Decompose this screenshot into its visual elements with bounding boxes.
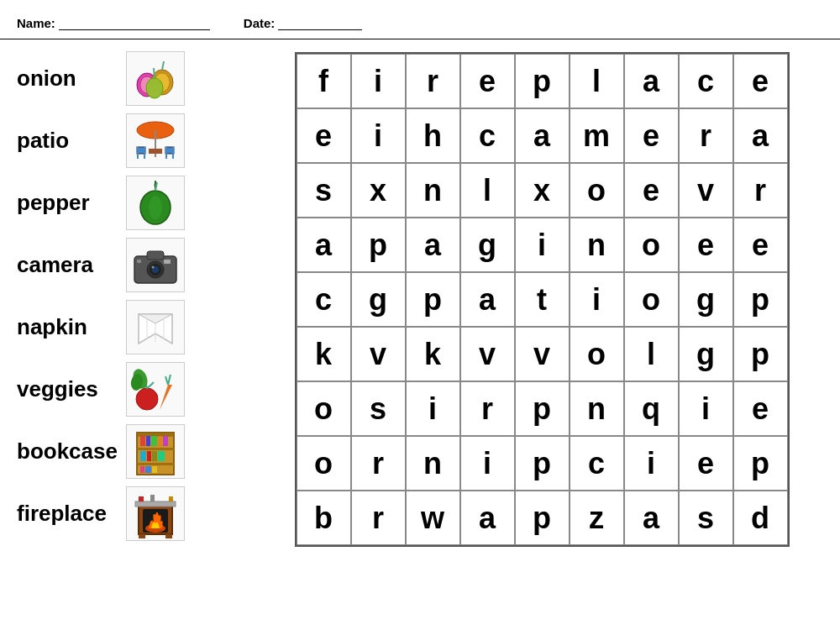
- word-label-napkin: napkin: [17, 314, 118, 340]
- grid-cell-5-0[interactable]: k: [297, 327, 351, 381]
- grid-cell-2-5[interactable]: o: [570, 163, 624, 218]
- name-input-line[interactable]: [59, 15, 210, 30]
- grid-cell-1-1[interactable]: i: [351, 108, 406, 163]
- grid-cell-7-8[interactable]: p: [733, 436, 788, 491]
- grid-cell-1-2[interactable]: h: [406, 108, 460, 163]
- word-item-fireplace: fireplace: [17, 483, 244, 543]
- grid-cell-3-2[interactable]: a: [406, 218, 460, 272]
- grid-cell-3-8[interactable]: e: [733, 218, 788, 272]
- grid-cell-5-4[interactable]: v: [515, 327, 570, 381]
- grid-cell-1-5[interactable]: m: [570, 108, 624, 163]
- grid-cell-6-1[interactable]: s: [351, 381, 406, 436]
- grid-cell-0-4[interactable]: p: [515, 54, 570, 108]
- grid-cell-4-0[interactable]: c: [297, 272, 351, 327]
- name-label: Name:: [17, 16, 55, 30]
- grid-cell-5-6[interactable]: l: [624, 327, 679, 381]
- main-content: onion patio: [0, 39, 840, 555]
- svg-rect-49: [147, 451, 151, 461]
- date-input-line[interactable]: [278, 15, 362, 30]
- grid-cell-8-5[interactable]: z: [570, 491, 624, 545]
- grid-cell-7-0[interactable]: o: [297, 436, 351, 491]
- grid-cell-6-3[interactable]: r: [460, 381, 515, 436]
- grid-cell-4-8[interactable]: p: [733, 272, 788, 327]
- grid-cell-7-2[interactable]: n: [406, 436, 460, 491]
- grid-cell-2-6[interactable]: e: [624, 163, 679, 218]
- grid-cell-7-5[interactable]: c: [570, 436, 624, 491]
- grid-cell-1-8[interactable]: a: [733, 108, 788, 163]
- grid-cell-5-1[interactable]: v: [351, 327, 406, 381]
- svg-rect-58: [135, 501, 176, 507]
- grid-cell-0-7[interactable]: c: [679, 54, 733, 108]
- grid-cell-3-6[interactable]: o: [624, 218, 679, 272]
- svg-rect-53: [145, 466, 151, 473]
- grid-cell-3-1[interactable]: p: [351, 218, 406, 272]
- grid-cell-4-4[interactable]: t: [515, 272, 570, 327]
- grid-cell-0-6[interactable]: a: [624, 54, 679, 108]
- grid-cell-5-7[interactable]: g: [679, 327, 733, 381]
- word-item-napkin: napkin: [17, 297, 244, 357]
- word-image-camera: [126, 238, 185, 292]
- grid-cell-3-7[interactable]: e: [679, 218, 733, 272]
- grid-cell-4-5[interactable]: i: [570, 272, 624, 327]
- grid-cell-8-7[interactable]: s: [679, 491, 733, 545]
- grid-cell-0-5[interactable]: l: [570, 54, 624, 108]
- svg-rect-25: [164, 260, 171, 264]
- grid-cell-3-4[interactable]: i: [515, 218, 570, 272]
- grid-cell-0-3[interactable]: e: [460, 54, 515, 108]
- grid-cell-8-8[interactable]: d: [733, 491, 788, 545]
- grid-cell-6-4[interactable]: p: [515, 381, 570, 436]
- grid-cell-7-3[interactable]: i: [460, 436, 515, 491]
- grid-cell-8-2[interactable]: w: [406, 491, 460, 545]
- grid-cell-8-0[interactable]: b: [297, 491, 351, 545]
- grid-cell-0-8[interactable]: e: [733, 54, 788, 108]
- grid-cell-7-6[interactable]: i: [624, 436, 679, 491]
- grid-cell-4-1[interactable]: g: [351, 272, 406, 327]
- grid-cell-5-8[interactable]: p: [733, 327, 788, 381]
- grid-cell-5-5[interactable]: o: [570, 327, 624, 381]
- grid-cell-4-2[interactable]: p: [406, 272, 460, 327]
- grid-cell-1-3[interactable]: c: [460, 108, 515, 163]
- grid-cell-2-2[interactable]: n: [406, 163, 460, 218]
- word-image-patio: [126, 113, 185, 168]
- word-item-bookcase: bookcase: [17, 421, 244, 481]
- grid-cell-4-7[interactable]: g: [679, 272, 733, 327]
- grid-cell-0-1[interactable]: i: [351, 54, 406, 108]
- grid-cell-6-6[interactable]: q: [624, 381, 679, 436]
- grid-cell-3-0[interactable]: a: [297, 218, 351, 272]
- grid-cell-2-3[interactable]: l: [460, 163, 515, 218]
- grid-cell-6-5[interactable]: n: [570, 381, 624, 436]
- grid-cell-7-1[interactable]: r: [351, 436, 406, 491]
- grid-cell-0-2[interactable]: r: [406, 54, 460, 108]
- grid-cell-8-1[interactable]: r: [351, 491, 406, 545]
- svg-point-18: [149, 196, 162, 219]
- grid-cell-1-6[interactable]: e: [624, 108, 679, 163]
- date-field: Date:: [244, 15, 363, 30]
- grid-cell-7-7[interactable]: e: [679, 436, 733, 491]
- grid-cell-6-8[interactable]: e: [733, 381, 788, 436]
- grid-cell-1-0[interactable]: e: [297, 108, 351, 163]
- grid-cell-0-0[interactable]: f: [297, 54, 351, 108]
- date-label: Date:: [244, 16, 276, 30]
- grid-cell-4-3[interactable]: a: [460, 272, 515, 327]
- grid-cell-6-2[interactable]: i: [406, 381, 460, 436]
- grid-cell-6-0[interactable]: o: [297, 381, 351, 436]
- grid-cell-8-3[interactable]: a: [460, 491, 515, 545]
- grid-cell-7-4[interactable]: p: [515, 436, 570, 491]
- grid-cell-3-3[interactable]: g: [460, 218, 515, 272]
- grid-cell-5-3[interactable]: v: [460, 327, 515, 381]
- grid-cell-2-0[interactable]: s: [297, 163, 351, 218]
- grid-cell-8-4[interactable]: p: [515, 491, 570, 545]
- grid-cell-4-6[interactable]: o: [624, 272, 679, 327]
- grid-cell-3-5[interactable]: n: [570, 218, 624, 272]
- grid-cell-2-1[interactable]: x: [351, 163, 406, 218]
- grid-cell-2-8[interactable]: r: [733, 163, 788, 218]
- grid-cell-1-4[interactable]: a: [515, 108, 570, 163]
- grid-cell-2-7[interactable]: v: [679, 163, 733, 218]
- word-item-onion: onion: [17, 48, 244, 108]
- grid-cell-5-2[interactable]: k: [406, 327, 460, 381]
- grid-cell-8-6[interactable]: a: [624, 491, 679, 545]
- grid-cell-6-7[interactable]: i: [679, 381, 733, 436]
- grid-cell-2-4[interactable]: x: [515, 163, 570, 218]
- grid-cell-1-7[interactable]: r: [679, 108, 733, 163]
- svg-rect-48: [140, 451, 146, 461]
